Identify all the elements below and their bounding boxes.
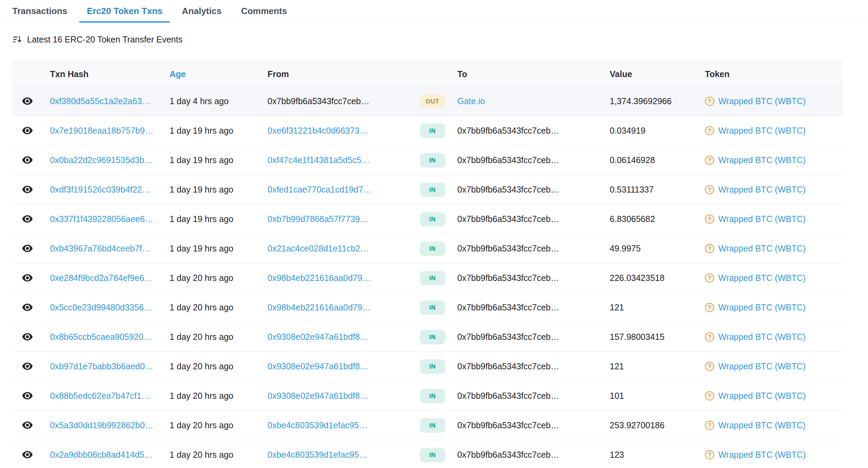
from-address[interactable]: 0xfed1cae770ca1cd19d7… <box>268 185 372 194</box>
eye-icon <box>22 127 33 134</box>
tab-analytics[interactable]: Analytics <box>182 0 222 23</box>
value-cell: 101 <box>610 391 705 401</box>
txn-hash-link[interactable]: 0x0ba22d2c9691535d3b… <box>50 155 153 165</box>
eye-cell <box>12 155 50 166</box>
token-link[interactable]: Wrapped BTC (WBTC) <box>718 126 806 136</box>
age-cell: 1 day 19 hrs ago <box>170 155 268 165</box>
eye-cell <box>12 273 50 284</box>
txn-hash-link[interactable]: 0x88b5edc62ea7b47cf1… <box>50 391 150 401</box>
token-icon: ? <box>705 185 714 194</box>
to-address: 0x7bb9fb6a5343fcc7ceb… <box>457 391 559 401</box>
value-cell: 123 <box>610 450 705 460</box>
table-row: 0xf380d5a55c1a2e2a63… 1 day 4 hrs ago 0x… <box>12 87 843 116</box>
value-cell: 121 <box>610 361 705 371</box>
from-address[interactable]: 0x9308e02e947a61bdf8… <box>268 361 369 371</box>
eye-button[interactable] <box>21 184 34 195</box>
table-row: 0x7e19018eaa18b757b9… 1 day 19 hrs ago 0… <box>12 116 843 146</box>
token-link[interactable]: Wrapped BTC (WBTC) <box>718 332 806 342</box>
token-link[interactable]: Wrapped BTC (WBTC) <box>718 214 806 224</box>
value-cell: 0.034919 <box>610 126 705 136</box>
eye-button[interactable] <box>21 332 34 342</box>
eye-button[interactable] <box>21 273 34 283</box>
value-cell: 6.83065682 <box>610 214 705 224</box>
from-address: 0x7bb9fb6a5343fcc7ceb… <box>268 96 369 106</box>
txn-hash-link[interactable]: 0x5cc0e23d99480d3356… <box>50 303 152 312</box>
txn-hash-link[interactable]: 0x337f1f439228056aee6… <box>50 214 153 224</box>
to-address: 0x7bb9fb6a5343fcc7ceb… <box>457 214 559 224</box>
to-address: 0x7bb9fb6a5343fcc7ceb… <box>457 273 559 283</box>
eye-icon <box>22 304 33 311</box>
txn-hash-link[interactable]: 0x2a9dbb06cb8ad414d5… <box>50 450 153 459</box>
txn-hash-link[interactable]: 0xe284f9bcd2a784ef9e6… <box>50 273 153 283</box>
txn-hash-link[interactable]: 0x7e19018eaa18b757b9… <box>50 126 153 135</box>
to-address: 0x7bb9fb6a5343fcc7ceb… <box>457 244 559 253</box>
token-link[interactable]: Wrapped BTC (WBTC) <box>718 391 806 401</box>
txn-hash-link[interactable]: 0x5a3d0dd19b992862b0… <box>50 420 153 430</box>
eye-button[interactable] <box>21 96 34 106</box>
age-cell: 1 day 19 hrs ago <box>170 126 268 136</box>
from-address[interactable]: 0xf47c4e1f14381a5d5c5… <box>268 155 370 165</box>
from-address[interactable]: 0x98b4eb221616aa0d79… <box>268 273 371 283</box>
token-icon: ? <box>705 156 714 165</box>
from-address[interactable]: 0xb7b99d7868a57f7739… <box>268 214 369 224</box>
eye-icon <box>22 215 33 223</box>
eye-cell <box>12 214 50 225</box>
eye-button[interactable] <box>21 243 34 254</box>
token-link[interactable]: Wrapped BTC (WBTC) <box>718 450 806 460</box>
from-address[interactable]: 0xbe4c803539d1efac95… <box>268 450 368 459</box>
eye-button[interactable] <box>21 302 34 312</box>
direction-badge: IN <box>420 153 445 168</box>
eye-button[interactable] <box>21 420 34 430</box>
from-address[interactable]: 0xe6f31221b4c0d66373… <box>268 126 368 135</box>
eye-cell <box>12 332 50 343</box>
age-cell: 1 day 20 hrs ago <box>170 391 268 401</box>
subtitle-row: Latest 16 ERC-20 Token Transfer Events <box>12 32 868 47</box>
txn-hash-link[interactable]: 0xb43967a76bd4ceeb7f… <box>50 244 150 253</box>
from-address[interactable]: 0xbe4c803539d1efac95… <box>268 420 368 430</box>
column-header-age[interactable]: Age <box>170 69 268 79</box>
from-address[interactable]: 0x9308e02e947a61bdf8… <box>268 391 369 401</box>
eye-icon <box>22 333 33 341</box>
tab-comments[interactable]: Comments <box>241 0 287 23</box>
direction-badge: IN <box>420 242 445 256</box>
age-cell: 1 day 20 hrs ago <box>170 273 268 283</box>
txn-hash-link[interactable]: 0xf380d5a55c1a2e2a63… <box>50 96 150 106</box>
token-link[interactable]: Wrapped BTC (WBTC) <box>718 244 806 254</box>
eye-button[interactable] <box>21 391 34 401</box>
eye-button[interactable] <box>21 361 34 371</box>
eye-button[interactable] <box>21 125 34 136</box>
table-body: 0xf380d5a55c1a2e2a63… 1 day 4 hrs ago 0x… <box>12 87 843 468</box>
token-link[interactable]: Wrapped BTC (WBTC) <box>718 303 806 312</box>
txn-hash-link[interactable]: 0xdf3f191526c039b4f22… <box>50 185 150 194</box>
direction-badge: IN <box>420 330 445 344</box>
to-address[interactable]: Gate.io <box>457 96 485 106</box>
eye-icon <box>22 156 33 164</box>
column-header-token: Token <box>705 69 843 79</box>
direction-badge: IN <box>420 212 445 226</box>
from-address[interactable]: 0x9308e02e947a61bdf8… <box>268 332 369 342</box>
token-link[interactable]: Wrapped BTC (WBTC) <box>718 361 806 371</box>
token-icon: ? <box>705 126 714 135</box>
table-row: 0x5a3d0dd19b992862b0… 1 day 20 hrs ago 0… <box>12 411 843 440</box>
sort-icon <box>12 35 22 44</box>
age-cell: 1 day 20 hrs ago <box>170 420 268 430</box>
value-cell: 157.98003415 <box>610 332 705 342</box>
token-link[interactable]: Wrapped BTC (WBTC) <box>718 273 806 283</box>
token-link[interactable]: Wrapped BTC (WBTC) <box>718 155 806 165</box>
eye-button[interactable] <box>21 449 34 460</box>
token-link[interactable]: Wrapped BTC (WBTC) <box>718 420 806 430</box>
token-icon: ? <box>705 391 714 401</box>
txn-hash-link[interactable]: 0xb97d1e7babb3b6aed0… <box>50 361 153 371</box>
txn-hash-link[interactable]: 0x8b65ccb5caea905920… <box>50 332 152 342</box>
eye-button[interactable] <box>21 214 34 224</box>
token-link[interactable]: Wrapped BTC (WBTC) <box>718 185 806 195</box>
token-link[interactable]: Wrapped BTC (WBTC) <box>718 96 806 106</box>
from-address[interactable]: 0x98b4eb221616aa0d79… <box>268 303 371 312</box>
eye-button[interactable] <box>21 155 34 165</box>
table-row: 0x8b65ccb5caea905920… 1 day 20 hrs ago 0… <box>12 322 843 352</box>
from-address[interactable]: 0x21ac4ce028d1e11cb2… <box>268 244 369 253</box>
age-cell: 1 day 19 hrs ago <box>170 214 268 224</box>
tab-transactions[interactable]: Transactions <box>12 0 67 23</box>
age-cell: 1 day 19 hrs ago <box>170 244 268 254</box>
tab-erc20-token-txns[interactable]: Erc20 Token Txns <box>87 0 162 23</box>
